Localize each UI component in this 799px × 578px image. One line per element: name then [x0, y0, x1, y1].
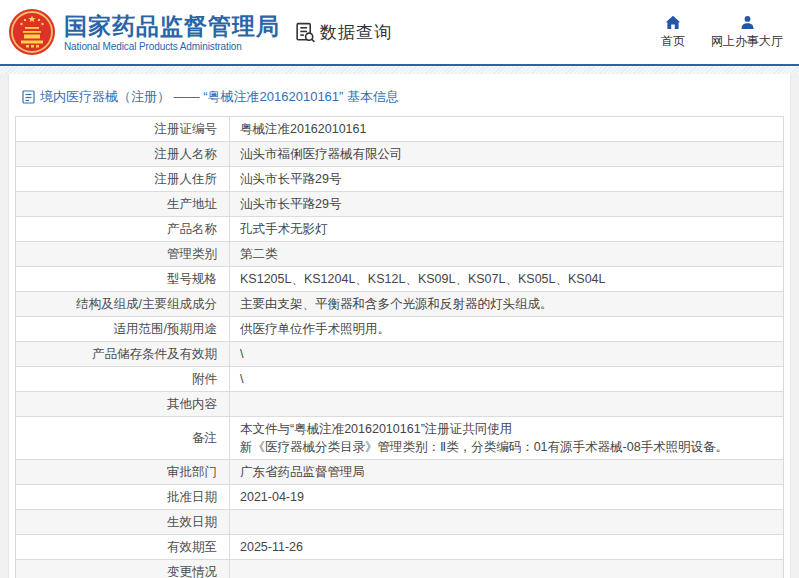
content-panel: 境内医疗器械（注册） —— “粤械注准20162010161” 基本信息 注册证…: [8, 74, 791, 578]
row-value: 第二类: [230, 242, 783, 266]
row-value: 供医疗单位作手术照明用。: [230, 317, 783, 341]
row-value: 2021-04-19: [230, 485, 783, 509]
nmpa-logo-block[interactable]: 国家药品监督管理局 National Medical Products Admi…: [8, 8, 280, 56]
table-row: 批准日期2021-04-19: [16, 485, 783, 510]
row-label: 注册人名称: [16, 142, 230, 166]
row-label: 结构及组成/主要组成成分: [16, 292, 230, 316]
info-table: 注册证编号粤械注准20162010161注册人名称汕头市福俐医疗器械有限公司注册…: [15, 116, 784, 578]
nav-home[interactable]: 首页: [661, 15, 685, 50]
row-label: 附件: [16, 367, 230, 391]
table-row: 附件\: [16, 367, 783, 392]
table-row: 产品储存条件及有效期\: [16, 342, 783, 367]
document-icon: [22, 90, 35, 104]
row-label: 型号规格: [16, 267, 230, 291]
breadcrumb: 境内医疗器械（注册） —— “粤械注准20162010161” 基本信息: [14, 80, 785, 116]
row-value: 粤械注准20162010161: [230, 117, 783, 141]
row-value: 2025-11-26: [230, 535, 783, 559]
table-row: 其他内容: [16, 392, 783, 417]
table-row: 变更情况: [16, 560, 783, 578]
header-nav: 首页 网上办事大厅: [661, 15, 783, 50]
row-value: 主要由支架、平衡器和含多个光源和反射器的灯头组成。: [230, 292, 783, 316]
nav-service-hall[interactable]: 网上办事大厅: [711, 15, 783, 50]
row-label: 生效日期: [16, 510, 230, 534]
row-label: 适用范围/预期用途: [16, 317, 230, 341]
nav-home-label: 首页: [661, 33, 685, 50]
table-row: 生产地址汕头市长平路29号: [16, 192, 783, 217]
table-row: 适用范围/预期用途供医疗单位作手术照明用。: [16, 317, 783, 342]
row-value: [230, 510, 783, 534]
org-name-en: National Medical Products Administration: [64, 41, 280, 52]
table-row: 产品名称孔式手术无影灯: [16, 217, 783, 242]
table-row: 注册人住所汕头市长平路29号: [16, 167, 783, 192]
row-value: 汕头市福俐医疗器械有限公司: [230, 142, 783, 166]
row-value: 汕头市长平路29号: [230, 192, 783, 216]
row-value: KS1205L、KS1204L、KS12L、KS09L、KS07L、KS05L、…: [230, 267, 783, 291]
row-label: 备注: [16, 417, 230, 459]
data-query-label: 数据查询: [320, 21, 392, 44]
row-label: 审批部门: [16, 460, 230, 484]
row-value: 汕头市长平路29号: [230, 167, 783, 191]
row-label: 变更情况: [16, 560, 230, 578]
table-row: 结构及组成/主要组成成分主要由支架、平衡器和含多个光源和反射器的灯头组成。: [16, 292, 783, 317]
row-value: \: [230, 342, 783, 366]
national-emblem-icon: [8, 8, 56, 56]
row-value: [230, 392, 783, 416]
row-label: 其他内容: [16, 392, 230, 416]
row-label: 管理类别: [16, 242, 230, 266]
table-row: 注册证编号粤械注准20162010161: [16, 117, 783, 142]
nav-data-query[interactable]: 数据查询: [294, 21, 392, 44]
user-icon: [740, 15, 755, 33]
table-row: 备注本文件与“粤械注准20162010161”注册证共同使用新《医疗器械分类目录…: [16, 417, 783, 460]
row-value: \: [230, 367, 783, 391]
table-row: 管理类别第二类: [16, 242, 783, 267]
pattern-strip: [0, 66, 799, 74]
table-row: 注册人名称汕头市福俐医疗器械有限公司: [16, 142, 783, 167]
org-title-block: 国家药品监督管理局 National Medical Products Admi…: [64, 13, 280, 52]
data-query-icon: [294, 21, 317, 44]
table-row: 审批部门广东省药品监督管理局: [16, 460, 783, 485]
row-label: 注册人住所: [16, 167, 230, 191]
org-name-cn: 国家药品监督管理局: [64, 13, 280, 39]
row-label: 有效期至: [16, 535, 230, 559]
row-value: 孔式手术无影灯: [230, 217, 783, 241]
breadcrumb-text: 境内医疗器械（注册） —— “粤械注准20162010161” 基本信息: [40, 88, 399, 106]
row-label: 批准日期: [16, 485, 230, 509]
row-label: 生产地址: [16, 192, 230, 216]
table-row: 生效日期: [16, 510, 783, 535]
table-row: 有效期至2025-11-26: [16, 535, 783, 560]
row-label: 产品名称: [16, 217, 230, 241]
row-value: 广东省药品监督管理局: [230, 460, 783, 484]
site-header: 国家药品监督管理局 National Medical Products Admi…: [0, 0, 799, 66]
page: 国家药品监督管理局 National Medical Products Admi…: [0, 0, 799, 578]
row-label: 产品储存条件及有效期: [16, 342, 230, 366]
nav-service-hall-label: 网上办事大厅: [711, 33, 783, 50]
row-value: [230, 560, 783, 578]
table-row: 型号规格KS1205L、KS1204L、KS12L、KS09L、KS07L、KS…: [16, 267, 783, 292]
home-icon: [665, 15, 681, 33]
row-value: 本文件与“粤械注准20162010161”注册证共同使用新《医疗器械分类目录》管…: [230, 417, 783, 459]
row-label: 注册证编号: [16, 117, 230, 141]
